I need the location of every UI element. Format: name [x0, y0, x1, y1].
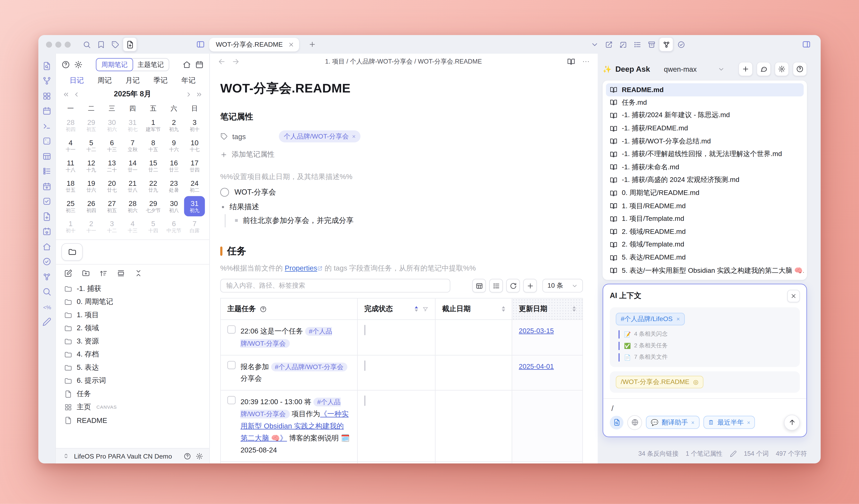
calendar-day[interactable]: 25初三	[60, 196, 81, 216]
list-icon[interactable]	[631, 38, 644, 51]
sidebar-right-icon[interactable]	[800, 38, 813, 51]
tags-key-label[interactable]: tags	[232, 132, 246, 140]
col-header-task[interactable]: 主题任务	[221, 299, 358, 320]
calendar-day[interactable]: 7白露	[184, 216, 205, 236]
file-list-item[interactable]: -1. 捕获/README.md	[606, 122, 804, 135]
file-list-item[interactable]: 1. 项目/Template.md	[606, 213, 804, 225]
rail-code-icon[interactable]: <%	[42, 302, 52, 312]
rail-calendar-icon[interactable]	[42, 106, 52, 116]
plus-icon[interactable]	[739, 62, 753, 76]
left-sidebar-toggle[interactable]	[194, 35, 207, 54]
bookmark-icon[interactable]	[94, 38, 107, 51]
calendar-day[interactable]: 16廿三	[164, 156, 184, 176]
subtab-日记[interactable]: 日记	[70, 75, 84, 85]
file-list-item[interactable]: 2. 领域/Template.md	[606, 238, 804, 251]
tree-item-3. 资源[interactable]: 3. 资源	[56, 335, 209, 348]
web-search-button[interactable]	[627, 415, 642, 430]
col-header-updated[interactable]: 更新日期	[512, 299, 583, 320]
col-header-status[interactable]: 完成状态	[358, 299, 436, 320]
window-minimize-button[interactable]	[56, 41, 62, 47]
calendar-day[interactable]: 29七夕节	[143, 196, 163, 216]
calendar-day[interactable]: 8十五	[143, 135, 163, 155]
rail-file-search-icon[interactable]	[42, 61, 52, 71]
rail-dice-icon[interactable]	[42, 136, 52, 146]
calendar-day[interactable]: 6十三	[102, 135, 122, 155]
chat-input[interactable]: /	[603, 399, 807, 412]
calendar-day[interactable]: 2十一	[81, 216, 102, 236]
calendar-day[interactable]: 4十一	[60, 135, 81, 155]
properties-link[interactable]: Properties	[285, 264, 317, 272]
list-view-icon[interactable]	[489, 279, 503, 292]
plus-view-icon[interactable]	[524, 279, 537, 292]
file-list-item[interactable]: -1. 捕获/不理解超线性回报，就无法理解这个世界.md	[606, 148, 804, 161]
calendar-day[interactable]: 17廿四	[184, 156, 205, 176]
tree-item-任务[interactable]: 任务	[56, 387, 209, 400]
context-chip-最近半年[interactable]: 🗓最近半年×	[703, 416, 755, 429]
file-list-item[interactable]: -1. 捕获/高盛的 2024 宏观经济预测.md	[606, 174, 804, 187]
rail-checkbox-icon[interactable]	[42, 196, 52, 206]
calendar-day[interactable]: 5十二	[81, 135, 102, 155]
task-tag-pill[interactable]: #个人品牌/WOT-分享会	[240, 327, 332, 348]
calendar-day[interactable]: 30初六	[102, 115, 122, 135]
tag-pill[interactable]: 个人品牌/WOT-分享会 ×	[279, 131, 361, 142]
tag-remove-icon[interactable]: ×	[352, 133, 356, 140]
calendar-day[interactable]: 29初五	[81, 115, 102, 135]
task-checkbox[interactable]	[227, 325, 236, 334]
col-header-due[interactable]: 截止日期	[436, 299, 512, 320]
file-list-item[interactable]: 0. 周期笔记/README.md	[606, 187, 804, 199]
calendar-day[interactable]: 5十四	[143, 216, 163, 236]
new-tab-button[interactable]	[306, 38, 319, 51]
file-list-item[interactable]: -1. 捕获/2024 新年建议 - 陈思远.md	[606, 109, 804, 122]
file-list-item[interactable]: README.md	[606, 83, 804, 96]
reading-mode-icon[interactable]	[567, 58, 575, 65]
calendar-day[interactable]: 9十六	[164, 135, 184, 155]
tree-item-2. 领域[interactable]: 2. 领域	[56, 321, 209, 335]
rail-home-icon[interactable]	[42, 242, 52, 251]
edit-mode-icon[interactable]	[729, 450, 737, 457]
check-circle-icon[interactable]	[674, 38, 688, 51]
gear-icon[interactable]	[775, 62, 789, 76]
column-help-icon[interactable]	[259, 305, 267, 312]
file-list-item[interactable]: 5. 表达/README.md	[606, 251, 804, 264]
calendar-day[interactable]: 18廿五	[60, 176, 81, 196]
close-icon[interactable]	[787, 290, 800, 302]
tab-close-icon[interactable]	[288, 41, 294, 47]
home-icon[interactable]	[182, 60, 191, 69]
vault-folder-button[interactable]	[61, 243, 83, 261]
filter-icon[interactable]	[422, 306, 428, 312]
backlinks-count[interactable]: 34 条反向链接	[638, 450, 679, 458]
link-in-icon[interactable]	[616, 38, 630, 51]
file-plus-icon[interactable]	[123, 37, 137, 51]
calendar-day[interactable]: 28初四	[60, 115, 81, 135]
back-icon[interactable]	[217, 58, 226, 65]
next-month-icon[interactable]	[185, 91, 192, 98]
calendar-day[interactable]: 19廿六	[81, 176, 102, 196]
subtab-月记[interactable]: 月记	[125, 75, 140, 85]
task-checkbox[interactable]	[227, 361, 236, 369]
tree-item--1. 捕获[interactable]: -1. 捕获	[56, 282, 209, 295]
model-selector[interactable]: qwen-max	[650, 65, 738, 73]
calendar-day[interactable]: 20廿七	[102, 176, 122, 196]
updated-date-link[interactable]: 2025-04-01	[519, 363, 554, 370]
file-list-item[interactable]: 5. 表达/一种实用新型 Obsidian 实践之构建我的第二大脑 🧠.md	[606, 264, 804, 277]
context-tag-pill[interactable]: #个人品牌/LifeOS ×	[616, 313, 685, 325]
tree-item-0. 周期笔记[interactable]: 0. 周期笔记	[56, 295, 209, 308]
rail-terminal-icon[interactable]	[42, 121, 52, 131]
collapse-icon[interactable]	[134, 269, 143, 278]
gear-icon[interactable]	[74, 60, 83, 69]
calendar-day[interactable]: 12十九	[81, 156, 102, 176]
rail-pen-icon[interactable]	[42, 317, 52, 326]
table-view-icon[interactable]	[472, 279, 486, 292]
tree-item-主页[interactable]: 主页CANVAS	[56, 400, 209, 414]
file-list-item[interactable]: -1. 捕获/未命名.md	[606, 161, 804, 173]
updated-date-link[interactable]: 2025-03-15	[519, 327, 554, 335]
rail-file-plus-icon[interactable]	[42, 212, 52, 221]
rail-calendar-heart-icon[interactable]	[42, 227, 52, 236]
remove-tag-icon[interactable]: ×	[676, 316, 680, 322]
calendar-day[interactable]: 15廿二	[143, 156, 163, 176]
calendar-day[interactable]: 31初九	[184, 196, 205, 216]
tree-item-1. 项目[interactable]: 1. 项目	[56, 308, 209, 322]
search-icon[interactable]	[80, 38, 93, 51]
rail-calendar-plus-icon[interactable]	[42, 181, 52, 191]
calendar-day[interactable]: 2初九	[164, 115, 184, 135]
